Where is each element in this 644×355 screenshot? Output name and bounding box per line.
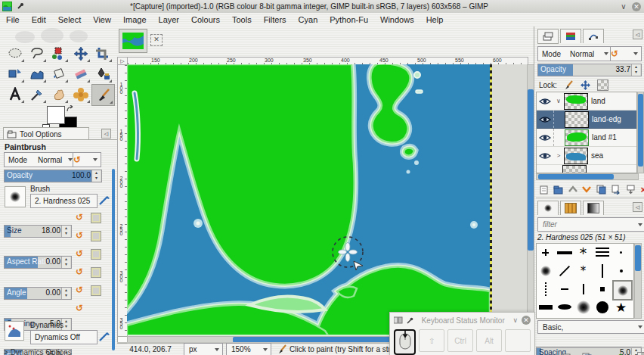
opacity-slider[interactable]: Opacity 100.0 ▴▾ (4, 170, 102, 182)
lock-pixels-icon[interactable] (564, 80, 574, 90)
tab-brushes[interactable] (537, 201, 559, 215)
brushes-vscrollbar[interactable] (634, 243, 642, 319)
spinner[interactable]: ▴▾ (61, 257, 70, 268)
menu-filters[interactable]: Filters (258, 15, 293, 24)
menu-cyan[interactable]: Cyan (293, 15, 324, 24)
brush-item-selected[interactable] (612, 280, 633, 301)
dynamics-select-button[interactable]: Dynamics Off (30, 330, 98, 344)
anchor-layer-button[interactable] (611, 185, 621, 195)
brush-item[interactable] (537, 262, 554, 279)
edit-brush-button[interactable] (540, 352, 551, 355)
menu-view[interactable]: View (87, 15, 117, 24)
visibility-eye-icon[interactable] (538, 97, 553, 106)
layer-row-land-1[interactable]: land #1 (537, 129, 636, 147)
layer-mode-reset-button[interactable]: ↺ (610, 46, 642, 61)
image-tab-close-icon[interactable]: ✕ (150, 34, 163, 46)
raise-layer-button[interactable] (568, 185, 577, 193)
menu-python-fu[interactable]: Python-Fu (324, 15, 374, 24)
keyboard-status-monitor-dialog[interactable]: Keyboard Status Monitor ∨ ✕ ⇧ Ctrl Alt (389, 312, 535, 355)
tool-select-by-colour[interactable] (48, 43, 70, 64)
size-link-toggle[interactable] (91, 213, 101, 223)
brush-item[interactable] (574, 298, 592, 316)
spacing-link-toggle[interactable] (91, 267, 101, 278)
layers-hscrollbar[interactable] (536, 173, 639, 180)
visibility-eye-icon[interactable] (538, 133, 553, 142)
tab-layers[interactable] (537, 29, 559, 44)
edit-brush-icon[interactable] (98, 194, 110, 206)
lock-alpha-icon[interactable] (597, 79, 608, 91)
tab-patterns[interactable] (560, 201, 581, 215)
ksm-titlebar[interactable]: Keyboard Status Monitor ∨ ✕ (390, 313, 534, 328)
menu-colours[interactable]: Colours (185, 15, 226, 24)
pin-icon[interactable] (407, 317, 413, 324)
brush-item[interactable]: ★ (612, 298, 630, 316)
layer-row-sea[interactable]: > sea (537, 147, 636, 165)
brush-item[interactable] (537, 244, 554, 261)
pin-icon[interactable] (17, 2, 24, 10)
brush-category-dropdown[interactable]: Basic, (537, 320, 644, 334)
hardness-reset-icon[interactable]: ↺ (76, 285, 83, 295)
new-layer-group-button[interactable] (553, 185, 563, 195)
tool-colour-picker[interactable] (26, 84, 48, 104)
menu-windows[interactable]: Windows (374, 15, 420, 24)
tool-ellipse-select[interactable] (4, 43, 26, 64)
brush-item[interactable]: * (574, 244, 592, 261)
brushes-dock-collapse-button[interactable]: ◁ (633, 202, 642, 212)
tool-eraser[interactable] (70, 64, 91, 84)
tool-bucket-fill[interactable] (48, 64, 70, 84)
spinner[interactable]: ▴▾ (91, 170, 101, 182)
tool-crop[interactable] (91, 43, 113, 64)
dynamics-thumbnail[interactable] (5, 321, 24, 341)
brush-filter-input[interactable]: filter (537, 217, 644, 232)
brush-item[interactable]: * (574, 262, 592, 279)
chevron-down-icon[interactable]: ∨ (512, 316, 518, 324)
tab-gradients[interactable] (583, 201, 604, 215)
menu-tools[interactable]: Tools (226, 15, 258, 24)
tool-unified-transform[interactable] (4, 64, 26, 84)
brush-item[interactable] (593, 298, 611, 316)
spinner[interactable]: ▴▾ (61, 288, 70, 299)
brush-thumbnail[interactable] (5, 186, 26, 207)
spinner[interactable]: ▴▾ (631, 64, 640, 76)
paint-mode-dropdown[interactable]: Mode Normal (4, 152, 73, 167)
angle-reset-icon[interactable]: ↺ (76, 248, 83, 259)
dynamics-options-expander[interactable]: > Dynamics Options (4, 348, 72, 355)
tool-move[interactable] (70, 43, 91, 64)
angle-slider[interactable]: Angle 0.00 ▴▾ (4, 287, 72, 300)
image-tab[interactable] (119, 29, 147, 53)
edit-dynamics-icon[interactable] (98, 330, 110, 342)
brush-item[interactable] (556, 298, 573, 316)
mode-reset-button[interactable]: ↺ (73, 152, 101, 167)
brush-item[interactable] (537, 280, 554, 297)
brush-item[interactable] (537, 298, 554, 316)
brush-select-button[interactable]: 2. Hardness 025 (30, 194, 98, 208)
spinner[interactable]: ▴▾ (61, 226, 70, 237)
tab-paths[interactable] (583, 29, 604, 43)
tool-text[interactable] (4, 84, 26, 104)
delete-brush-button[interactable]: × (602, 352, 608, 355)
brush-item[interactable] (593, 262, 611, 279)
brush-item[interactable] (612, 244, 630, 261)
merge-down-button[interactable] (626, 185, 636, 195)
duplicate-brush-button[interactable] (582, 353, 592, 355)
brush-item[interactable] (593, 244, 611, 261)
brush-item[interactable] (593, 280, 611, 297)
brush-item[interactable] (556, 262, 573, 279)
new-layer-button[interactable] (539, 185, 549, 195)
tab-channels[interactable] (560, 29, 581, 43)
layer-row-land-edge[interactable]: land-edg (537, 111, 636, 129)
brush-item[interactable] (612, 262, 630, 279)
brush-item[interactable] (574, 280, 592, 297)
brush-item[interactable] (556, 244, 573, 261)
ksm-close-button[interactable]: ✕ (522, 316, 531, 325)
spacing-reset-icon[interactable]: ↺ (76, 266, 83, 277)
menu-file[interactable]: File (0, 15, 26, 24)
duplicate-layer-button[interactable] (596, 185, 606, 195)
tool-warp-transform[interactable] (26, 64, 48, 84)
tab-tool-options[interactable]: Tool Options (3, 127, 89, 140)
window-titlebar[interactable]: *[Capture] (imported)-1.0 (RGB colour 8-… (0, 0, 644, 14)
tool-mypaint-brush[interactable] (70, 84, 91, 104)
expander-icon[interactable]: > (553, 152, 564, 159)
new-brush-button[interactable] (562, 353, 571, 355)
refresh-brushes-button[interactable]: ↻ (618, 352, 627, 355)
